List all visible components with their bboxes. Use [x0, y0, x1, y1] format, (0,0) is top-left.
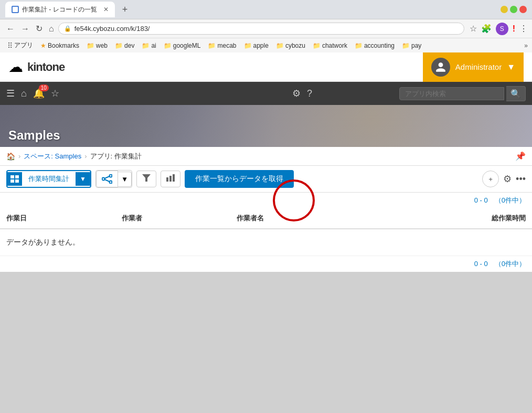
svg-line-7: [104, 176, 109, 178]
bookmark-apple[interactable]: 📁 apple: [241, 41, 272, 50]
help-nav-icon[interactable]: ?: [307, 88, 312, 99]
top-pagination-text: 0 - 0 （0件中）: [474, 196, 526, 204]
minimize-button[interactable]: [501, 6, 508, 13]
filter-button[interactable]: [136, 171, 156, 187]
maximize-button[interactable]: [510, 6, 517, 13]
bottom-pagination: 0 - 0 （0件中）: [0, 256, 532, 272]
svg-rect-12: [173, 174, 175, 182]
fetch-data-label: 作業一覧からデータを取得: [195, 174, 283, 183]
admin-dropdown-button[interactable]: ▼: [507, 62, 515, 72]
svg-marker-9: [142, 174, 151, 182]
bookmark-web[interactable]: 📁 web: [83, 41, 111, 50]
bookmark-mecab[interactable]: 📁 mecab: [205, 41, 239, 50]
star-nav-icon[interactable]: ☆: [51, 88, 59, 99]
folder-icon-googleml: 📁: [164, 42, 172, 49]
reload-button[interactable]: ↻: [34, 23, 45, 35]
bookmark-accounting[interactable]: 📁 accounting: [352, 41, 398, 50]
bookmark-pay-label: pay: [411, 42, 421, 49]
folder-icon-ai: 📁: [142, 42, 150, 49]
breadcrumb-sep-2: ›: [84, 152, 87, 160]
pin-icon[interactable]: 📌: [515, 151, 526, 161]
toolbar: 作業時間集計 ▼ ▼: [0, 166, 532, 193]
url-text: fe54k.cybozu.com/k/183/: [75, 25, 459, 33]
bookmark-star-button[interactable]: ☆: [470, 24, 477, 34]
toolbar-right: + ⚙ •••: [482, 171, 526, 187]
fetch-data-button[interactable]: 作業一覧からデータを取得: [185, 170, 294, 188]
col-header-total-hours: 総作業時間: [369, 208, 532, 229]
search-area: 🔍: [399, 86, 526, 101]
forward-button[interactable]: →: [19, 23, 31, 35]
new-tab-button[interactable]: +: [119, 3, 131, 16]
chart-button[interactable]: [161, 171, 180, 187]
empty-message: データがありません。: [0, 229, 532, 256]
settings-button[interactable]: ⚙: [503, 173, 512, 185]
svg-rect-3: [15, 179, 19, 183]
bookmark-bookmarks[interactable]: ★ Bookmarks: [37, 41, 82, 50]
bookmark-apps[interactable]: ⠿ アプリ: [4, 40, 36, 51]
home-button[interactable]: ⌂: [47, 23, 56, 35]
view-dropdown-button[interactable]: ▼: [76, 172, 90, 186]
close-button[interactable]: [519, 6, 527, 13]
star-icon: ★: [40, 42, 46, 49]
bookmark-dev-label: dev: [124, 42, 134, 49]
bookmark-googleml[interactable]: 📁 googleML: [161, 41, 204, 50]
view-name-label: 作業時間集計: [28, 174, 69, 184]
alert-button[interactable]: !: [513, 24, 515, 34]
view-name-button[interactable]: 作業時間集計: [22, 171, 76, 187]
gear-nav-icon[interactable]: ⚙: [292, 88, 301, 99]
empty-row: データがありません。: [0, 229, 532, 256]
back-button[interactable]: ←: [4, 23, 17, 35]
tab-title: 作業集計 - レコードの一覧: [22, 5, 97, 14]
folder-icon-pay: 📁: [402, 42, 410, 49]
admin-avatar: [431, 58, 450, 77]
bookmark-cybozu-label: cybozu: [285, 42, 305, 49]
bookmark-web-label: web: [96, 42, 108, 49]
svg-line-8: [104, 179, 109, 182]
folder-icon-dev: 📁: [115, 42, 123, 49]
breadcrumb-bar: 🏠 › スペース: Samples › アプリ: 作業集計 📌: [0, 147, 532, 166]
svg-point-4: [102, 178, 104, 181]
bookmark-googleml-label: googleML: [173, 42, 201, 49]
home-nav-icon[interactable]: ⌂: [21, 88, 27, 99]
apps-grid-icon: ⠿: [7, 41, 13, 50]
svg-rect-11: [169, 176, 172, 182]
menu-button[interactable]: ⋮: [519, 24, 528, 34]
navigation-bar: ← → ↻ ⌂ 🔒 fe54k.cybozu.com/k/183/ ☆ 🧩 S …: [0, 19, 532, 38]
active-tab[interactable]: 作業集計 - レコードの一覧 ✕: [5, 2, 115, 17]
bookmark-dev[interactable]: 📁 dev: [112, 41, 137, 50]
bookmark-accounting-label: accounting: [364, 42, 395, 49]
notification-badge: 10: [39, 84, 49, 91]
tab-close-button[interactable]: ✕: [103, 6, 109, 13]
extensions-button[interactable]: 🧩: [481, 24, 492, 34]
app-search-input[interactable]: [399, 87, 504, 100]
breadcrumb-space[interactable]: スペース: Samples: [24, 152, 81, 161]
view-selector: 作業時間集計 ▼: [6, 170, 91, 188]
address-bar[interactable]: 🔒 fe54k.cybozu.com/k/183/: [58, 23, 464, 35]
hamburger-menu-icon[interactable]: ☰: [6, 88, 15, 99]
banner-title: Samples: [8, 128, 60, 143]
breadcrumb-home[interactable]: 🏠: [6, 152, 15, 161]
folder-icon-web: 📁: [87, 42, 94, 49]
nav-icons: ☆ 🧩 S ! ⋮: [470, 23, 528, 35]
more-options-button[interactable]: •••: [516, 174, 526, 185]
bookmark-chatwork-label: chatwork: [322, 42, 347, 49]
folder-icon-cybozu: 📁: [276, 42, 284, 49]
bookmark-chatwork[interactable]: 📁 chatwork: [310, 41, 350, 50]
bookmark-cybozu[interactable]: 📁 cybozu: [273, 41, 308, 50]
add-record-button[interactable]: +: [482, 171, 499, 187]
search-submit-button[interactable]: 🔍: [506, 86, 526, 101]
bookmark-ai[interactable]: 📁 ai: [139, 41, 159, 50]
bookmark-pay[interactable]: 📁 pay: [399, 41, 424, 50]
flow-button-group: ▼: [95, 170, 132, 188]
flow-dropdown-button[interactable]: ▼: [118, 172, 132, 187]
folder-icon-apple: 📁: [244, 42, 252, 49]
records-table: 作業日 作業者 作業者名 総作業時間 データがありません。: [0, 208, 532, 256]
svg-point-5: [109, 175, 112, 177]
kintone-header-right: Administrator ▼: [423, 52, 524, 82]
svg-point-6: [109, 181, 112, 184]
flow-graph-button[interactable]: [96, 171, 118, 187]
profile-button[interactable]: S: [496, 23, 508, 35]
svg-rect-0: [10, 175, 14, 178]
bookmarks-more[interactable]: »: [524, 42, 528, 49]
logo-text: kintone: [27, 60, 65, 74]
